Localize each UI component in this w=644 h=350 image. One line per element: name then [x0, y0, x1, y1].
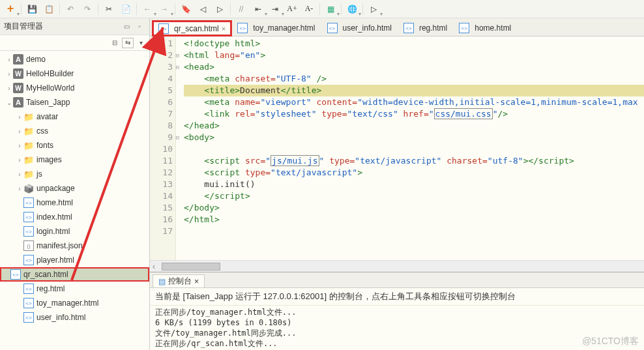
- tab-user-info[interactable]: user_info.html: [321, 20, 398, 36]
- next-bookmark-button[interactable]: ▷: [212, 1, 227, 17]
- back-button[interactable]: ←: [139, 1, 155, 17]
- editor-area: qr_scan.html× toy_manager.html user_info…: [150, 18, 644, 350]
- redo-button[interactable]: ↷: [80, 1, 95, 17]
- line-gutter: 1 2⊟ 3⊟ 4 5 6 7 8 9⊟ 10 11 12 13 14 15 1…: [150, 36, 176, 260]
- comment-button[interactable]: //: [233, 1, 249, 17]
- folder-css[interactable]: ›css: [0, 124, 149, 138]
- save-button[interactable]: 💾: [24, 1, 40, 17]
- collapse-all-icon[interactable]: ⊟: [109, 38, 121, 48]
- html-icon: [403, 23, 414, 33]
- browser-button[interactable]: 🌐: [344, 1, 360, 17]
- project-demo[interactable]: ›Ademo: [0, 52, 149, 66]
- close-tab-icon[interactable]: ×: [222, 25, 226, 33]
- file-player[interactable]: player.html: [0, 253, 149, 267]
- main-toolbar: + 💾 📋 ↶ ↷ ✂ 📄 ← → 🔖 ◁ ▷ // ⇤ ⇥ A+ A- ▦ 🌐…: [0, 0, 644, 18]
- file-manifest[interactable]: manifest.json: [0, 239, 149, 253]
- console-panel: ▤控制台× 当前是 [Taisen_Japp 运行于 127.0.0.1:620…: [150, 272, 644, 350]
- file-toy-manager[interactable]: toy_manager.html: [0, 296, 149, 310]
- html-icon: [459, 23, 469, 33]
- outdent-button[interactable]: ⇤: [250, 1, 266, 17]
- code-content[interactable]: <!doctype html> <html lang="en"> <head> …: [176, 36, 644, 260]
- close-console-icon[interactable]: ×: [194, 277, 199, 286]
- preview-button[interactable]: ▦: [323, 1, 338, 17]
- console-output: 正在同步/toy_manager.html文件... 6 KB/s (1199 …: [150, 306, 644, 350]
- folder-unpackage[interactable]: ›unpackage: [0, 181, 149, 196]
- bookmark-icon[interactable]: 🔖: [178, 1, 194, 17]
- file-user-info[interactable]: user_info.html: [0, 310, 149, 325]
- file-index[interactable]: index.html: [0, 210, 149, 224]
- project-myhelloworld[interactable]: ›WMyHelloWorld: [0, 81, 149, 95]
- console-tab[interactable]: ▤控制台×: [153, 274, 205, 287]
- html-icon: [158, 23, 169, 34]
- project-hellohbuilder[interactable]: ›WHelloHBuilder: [0, 66, 149, 81]
- copy-button[interactable]: 📄: [118, 1, 134, 17]
- folder-images[interactable]: ›images: [0, 153, 149, 167]
- new-button[interactable]: +: [3, 1, 18, 17]
- panel-title: 项目管理器: [4, 21, 43, 32]
- folder-avatar[interactable]: ›avatar: [0, 109, 149, 124]
- run-button[interactable]: ▷: [366, 1, 381, 17]
- font-increase-button[interactable]: A+: [284, 1, 300, 17]
- console-header: 当前是 [Taisen_Japp 运行于 127.0.0.1:62001] 的控…: [150, 288, 644, 306]
- save-all-button[interactable]: 📋: [41, 1, 57, 17]
- tab-qr-scan[interactable]: qr_scan.html×: [153, 21, 231, 36]
- undo-button[interactable]: ↶: [63, 1, 78, 17]
- html-icon: [237, 23, 248, 33]
- indent-button[interactable]: ⇥: [267, 1, 283, 17]
- cut-button[interactable]: ✂: [101, 1, 117, 17]
- tab-toy-manager[interactable]: toy_manager.html: [231, 20, 321, 36]
- folder-fonts[interactable]: ›fonts: [0, 138, 149, 153]
- file-reg[interactable]: reg.html: [0, 282, 149, 296]
- prev-bookmark-button[interactable]: ◁: [195, 1, 211, 17]
- tab-reg[interactable]: reg.html: [398, 20, 453, 36]
- minimize-icon[interactable]: ▭: [121, 22, 132, 32]
- file-home[interactable]: home.html: [0, 196, 149, 210]
- view-menu-icon[interactable]: ▾: [135, 38, 147, 48]
- watermark: @51CTO博客: [582, 336, 639, 347]
- horizontal-scrollbar[interactable]: ‹: [150, 260, 644, 272]
- code-editor[interactable]: 1 2⊟ 3⊟ 4 5 6 7 8 9⊟ 10 11 12 13 14 15 1…: [150, 36, 644, 260]
- link-editor-icon[interactable]: ⇆: [122, 38, 134, 48]
- project-explorer: 项目管理器 ▭ ▫ ⊟ ⇆ ▾ ›Ademo ›WHelloHBuilder ›…: [0, 18, 150, 350]
- font-decrease-button[interactable]: A-: [301, 1, 317, 17]
- project-tree: ›Ademo ›WHelloHBuilder ›WMyHelloWorld ⌄A…: [0, 51, 149, 350]
- forward-button[interactable]: →: [156, 1, 172, 17]
- folder-js[interactable]: ›js: [0, 167, 149, 181]
- project-taisen-japp[interactable]: ⌄ATaisen_Japp: [0, 95, 149, 109]
- close-panel-icon[interactable]: ▫: [134, 22, 145, 32]
- file-login[interactable]: login.html: [0, 224, 149, 239]
- tab-home[interactable]: home.html: [453, 20, 517, 36]
- editor-tabs: qr_scan.html× toy_manager.html user_info…: [150, 18, 644, 36]
- html-icon: [327, 23, 338, 33]
- file-qr-scan[interactable]: qr_scan.html: [0, 267, 149, 282]
